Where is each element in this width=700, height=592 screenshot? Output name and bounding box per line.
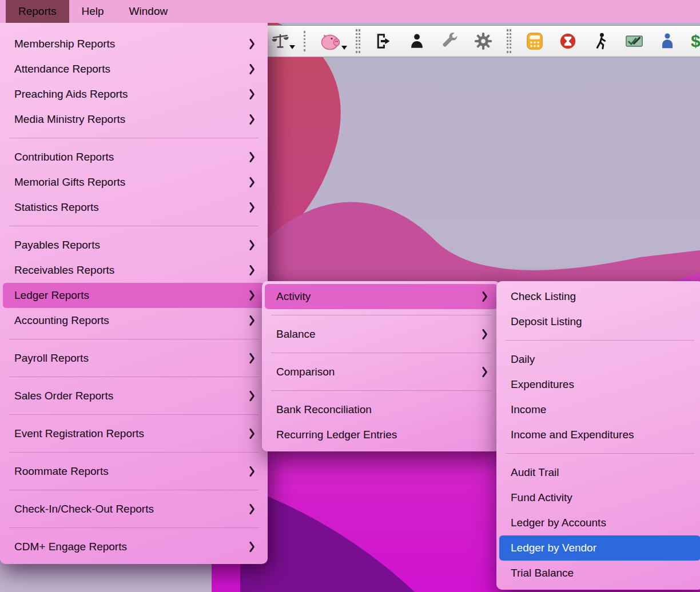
scales-icon[interactable]: [271, 31, 290, 51]
menu-item-trial-balance[interactable]: Trial Balance: [499, 561, 700, 586]
submenu-chevron-icon: [249, 202, 256, 213]
menu-item-income[interactable]: Income: [499, 397, 700, 422]
menu-item-income-and-expenditures[interactable]: Income and Expenditures: [499, 422, 700, 447]
menu-item-cdm-engage-reports[interactable]: CDM+ Engage Reports: [3, 534, 265, 559]
people-icon[interactable]: [658, 31, 677, 51]
menu-item-ledger-by-accounts[interactable]: Ledger by Accounts: [499, 510, 700, 535]
menu-item-label: Memorial Gifts Reports: [14, 176, 249, 189]
gear-icon[interactable]: [474, 31, 493, 51]
hourglass-icon[interactable]: [558, 31, 578, 51]
menu-item-recurring-ledger-entries[interactable]: Recurring Ledger Entries: [265, 422, 498, 447]
menu-item-label: Media Ministry Reports: [14, 113, 249, 126]
menu-item-expenditures[interactable]: Expenditures: [499, 372, 700, 397]
toolbar-separator: [304, 31, 305, 51]
menu-item-label: Daily: [511, 353, 692, 366]
menubar: Reports Help Window: [0, 0, 700, 23]
menu-item-label: Contribution Reports: [14, 151, 249, 163]
menu-item-label: Ledger by Accounts: [511, 517, 692, 529]
menu-item-label: Receivables Reports: [14, 264, 249, 277]
desktop: $ Reports Help Window Membership Reports…: [0, 0, 700, 592]
submenu-chevron-icon: [482, 366, 489, 378]
submenu-chevron-icon: [482, 291, 489, 302]
menu-item-media-ministry-reports[interactable]: Media Ministry Reports: [3, 107, 265, 132]
dropdown-caret-icon: [289, 45, 295, 49]
menu-item-label: CDM+ Engage Reports: [14, 541, 249, 553]
submenu-chevron-icon: [249, 466, 256, 477]
menu-separator: [506, 453, 694, 454]
menu-separator: [271, 353, 491, 353]
menu-item-label: Deposit Listing: [511, 315, 692, 328]
menu-item-event-registration-reports[interactable]: Event Registration Reports: [3, 421, 265, 446]
menu-item-comparison[interactable]: Comparison: [265, 359, 498, 385]
submenu-chevron-icon: [249, 315, 256, 326]
menu-item-label: Statistics Reports: [14, 201, 249, 214]
wrench-icon[interactable]: [440, 31, 460, 51]
menu-item-check-in-check-out-reports[interactable]: Check-In/Check-Out Reports: [3, 497, 265, 522]
menu-item-label: Accounting Reports: [14, 314, 249, 327]
menu-item-label: Sales Order Reports: [14, 390, 249, 402]
background-window-toolbar: $: [257, 25, 700, 57]
menu-item-check-listing[interactable]: Check Listing: [499, 284, 700, 309]
submenu-chevron-icon: [249, 290, 256, 301]
submenu-chevron-icon: [249, 428, 256, 439]
toolbar-group-separator: [356, 29, 360, 53]
menubar-item-window[interactable]: Window: [117, 0, 181, 23]
menu-item-contribution-reports[interactable]: Contribution Reports: [3, 145, 265, 170]
menu-item-label: Income and Expenditures: [511, 429, 692, 441]
menu-item-label: Comparison: [276, 366, 482, 378]
calculator-icon[interactable]: [525, 31, 544, 51]
menu-item-balance[interactable]: Balance: [265, 322, 498, 347]
person-icon[interactable]: [407, 31, 427, 51]
walking-person-icon[interactable]: [591, 31, 611, 51]
menu-item-accounting-reports[interactable]: Accounting Reports: [3, 308, 265, 333]
menu-item-daily[interactable]: Daily: [499, 347, 700, 372]
menu-item-label: Audit Trail: [511, 466, 692, 479]
menu-item-deposit-listing[interactable]: Deposit Listing: [499, 309, 700, 334]
submenu-chevron-icon: [482, 329, 489, 340]
menu-item-label: Preaching Aids Reports: [14, 88, 249, 101]
menu-separator: [506, 340, 694, 341]
menu-item-ledger-reports[interactable]: Ledger Reports: [3, 283, 265, 308]
menu-item-label: Recurring Ledger Entries: [276, 429, 489, 441]
activity-submenu: Check Listing Deposit Listing Daily Expe…: [496, 281, 700, 590]
menu-item-statistics-reports[interactable]: Statistics Reports: [3, 195, 265, 220]
menubar-item-reports[interactable]: Reports: [6, 0, 69, 23]
menu-item-label: Payroll Reports: [14, 352, 249, 365]
menu-item-sales-order-reports[interactable]: Sales Order Reports: [3, 383, 265, 409]
menu-item-payroll-reports[interactable]: Payroll Reports: [3, 346, 265, 371]
menu-item-bank-reconciliation[interactable]: Bank Reconciliation: [265, 397, 498, 422]
menu-item-label: Income: [511, 403, 692, 416]
submenu-chevron-icon: [249, 151, 256, 163]
menu-separator: [9, 414, 258, 415]
menu-item-label: Activity: [276, 290, 482, 303]
menu-item-fund-activity[interactable]: Fund Activity: [499, 485, 700, 510]
menu-item-label: Trial Balance: [511, 567, 692, 579]
submenu-chevron-icon: [249, 541, 256, 553]
piggy-bank-icon[interactable]: [319, 31, 342, 51]
reports-menu: Membership Reports Attendance Reports Pr…: [0, 23, 268, 564]
submenu-chevron-icon: [249, 265, 256, 276]
exit-door-icon[interactable]: [374, 31, 393, 51]
menu-item-memorial-gifts-reports[interactable]: Memorial Gifts Reports: [3, 170, 265, 195]
menu-item-label: Ledger by Vendor: [511, 542, 692, 554]
menu-separator: [9, 527, 258, 528]
dollar-icon[interactable]: $: [691, 31, 700, 51]
menu-item-attendance-reports[interactable]: Attendance Reports: [3, 57, 265, 82]
menu-item-label: Attendance Reports: [14, 63, 249, 75]
menu-item-label: Ledger Reports: [14, 289, 249, 302]
menu-item-label: Bank Reconciliation: [276, 403, 489, 416]
menu-item-label: Balance: [276, 328, 482, 341]
menubar-item-help[interactable]: Help: [69, 0, 117, 23]
menu-separator: [9, 226, 258, 226]
menu-item-ledger-by-vendor[interactable]: Ledger by Vendor: [499, 535, 700, 561]
menu-item-membership-reports[interactable]: Membership Reports: [3, 31, 265, 57]
menu-separator: [9, 452, 258, 453]
menu-item-activity[interactable]: Activity: [265, 284, 498, 309]
menu-item-receivables-reports[interactable]: Receivables Reports: [3, 258, 265, 283]
menu-item-payables-reports[interactable]: Payables Reports: [3, 233, 265, 258]
menu-item-label: Payables Reports: [14, 239, 249, 251]
menu-item-preaching-aids-reports[interactable]: Preaching Aids Reports: [3, 82, 265, 107]
menu-item-roommate-reports[interactable]: Roommate Reports: [3, 459, 265, 484]
menu-item-audit-trail[interactable]: Audit Trail: [499, 460, 700, 485]
check-register-icon[interactable]: [625, 31, 644, 51]
